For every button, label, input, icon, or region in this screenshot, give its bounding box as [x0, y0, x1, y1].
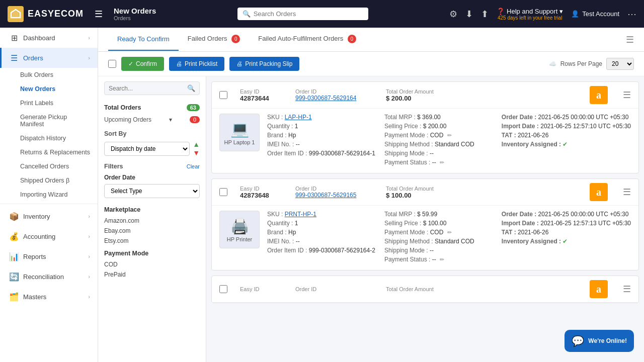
- confirm-button[interactable]: ✓ Confirm: [121, 57, 164, 71]
- payment-mode-label: Payment Mode: [104, 250, 200, 257]
- sidebar-item-importing-wizard[interactable]: Importing Wizard: [0, 188, 98, 202]
- sidebar-item-print-labels[interactable]: Print Labels: [0, 96, 98, 110]
- order-checkbox-2[interactable]: [219, 188, 227, 196]
- search-input[interactable]: [254, 10, 363, 18]
- hamburger-icon[interactable]: ☰: [95, 9, 103, 20]
- sidebar-item-dispatch-history[interactable]: Dispatch History: [0, 131, 98, 145]
- tab-failed-label: Failed Orders: [188, 35, 227, 42]
- tabs-bar: Ready To Confirm Failed Orders 0 Failed …: [98, 28, 644, 52]
- topbar: EASYECOM ☰ New Orders Orders 🔍 ⚙ ⬇ ⬆ ❓ H…: [0, 0, 644, 28]
- marketplace-amazon[interactable]: Amazon.com: [104, 216, 200, 226]
- search-box[interactable]: 🔍: [237, 8, 368, 20]
- order-id-link-1[interactable]: 999-0300687-5629164: [295, 95, 376, 102]
- upcoming-orders-label: Upcoming Orders: [104, 116, 151, 123]
- svg-marker-1: [13, 11, 19, 17]
- shipping-mode-key-2: Shipping Mode :: [384, 247, 428, 254]
- order-id-link-2[interactable]: 999-0300687-5629165: [295, 192, 376, 199]
- order-id-block-1: Order ID 999-0300687-5629164: [295, 88, 376, 102]
- main-content: Ready To Confirm Failed Orders 0 Failed …: [98, 28, 644, 362]
- download-cloud-icon[interactable]: ☁️: [549, 60, 556, 67]
- sidebar-item-cancelled-orders[interactable]: Cancelled Orders: [0, 159, 98, 173]
- marketplace-ebay[interactable]: Ebay.com: [104, 226, 200, 236]
- tab-failed-orders[interactable]: Failed Orders 0: [179, 28, 249, 51]
- order-id-label-3: Order ID: [295, 286, 376, 292]
- easy-id-value-2: 42873648: [240, 192, 285, 199]
- order-date-key-2: Order Date :: [502, 211, 536, 218]
- order-card-header: Easy ID 42873644 Order ID 999-0300687-56…: [212, 82, 638, 109]
- sidebar-accounting-label: Accounting: [23, 233, 84, 240]
- sidebar-item-bulk-orders[interactable]: Bulk Orders: [0, 68, 98, 82]
- order-date-label-1: Order Date :: [502, 114, 536, 121]
- inventory-row-1: Inventory Assigned : ✔: [502, 141, 631, 148]
- order-details-left-1: SKU : LAP-HP-1 Quantity : 1 Brand : Hp: [267, 114, 377, 159]
- sort-arrows: ▲ ▼: [193, 140, 200, 157]
- sort-down-icon[interactable]: ▼: [193, 149, 200, 157]
- inventory-assigned-icon-1: ✔: [562, 141, 568, 148]
- sidebar-item-dashboard[interactable]: ⊞ Dashboard ›: [0, 28, 98, 48]
- upload-icon[interactable]: ⬆: [481, 9, 489, 20]
- easy-id-label-2: Easy ID: [240, 186, 285, 192]
- payment-mode-edit-icon-1[interactable]: ✏: [447, 132, 452, 138]
- payment-mode-prepaid[interactable]: PrePaid: [104, 269, 200, 280]
- order-checkbox-3[interactable]: [219, 285, 227, 293]
- filter-search-box[interactable]: 🔍: [104, 81, 200, 95]
- date-type-select[interactable]: Select Type: [104, 184, 200, 198]
- quantity-row-2: Quantity : 1: [267, 220, 377, 227]
- order-item-id-value-2: 999-0300687-5629164-2: [309, 247, 375, 254]
- sku-value-1[interactable]: LAP-HP-1: [285, 114, 312, 121]
- sidebar-item-reconciliation[interactable]: 🔄 Reconciliation ›: [0, 266, 98, 287]
- tab-ready-to-confirm[interactable]: Ready To Confirm: [108, 28, 179, 51]
- select-all-checkbox[interactable]: [108, 60, 116, 68]
- filter-search-input[interactable]: [109, 85, 185, 92]
- sort-by-select[interactable]: Dispatch by date: [104, 142, 190, 156]
- sidebar-item-masters[interactable]: 🗂️ Masters ›: [0, 287, 98, 307]
- print-packing-slip-button[interactable]: 🖨 Print Packing Slip: [229, 57, 299, 71]
- tab-failed-auto[interactable]: Failed Auto-Fulfilment Orders 0: [249, 28, 365, 51]
- sidebar-item-orders[interactable]: ☰ Orders ›: [0, 48, 98, 68]
- sort-up-icon[interactable]: ▲: [193, 140, 200, 148]
- product-image-2: 🖨️ HP Printer: [219, 211, 260, 248]
- help-button[interactable]: ❓ Help and Support ▾ 425 days left in yo…: [497, 8, 563, 21]
- more-options-icon[interactable]: ⋯: [627, 9, 636, 20]
- filters-clear-button[interactable]: Clear: [187, 163, 200, 169]
- imei-value-2: --: [296, 238, 300, 245]
- sidebar-item-new-orders[interactable]: New Orders: [0, 82, 98, 96]
- payment-status-value-1: --: [432, 159, 436, 166]
- marketplace-etsy[interactable]: Etsy.com: [104, 236, 200, 246]
- sidebar-item-accounting[interactable]: 💰 Accounting ›: [0, 226, 98, 246]
- payment-mode-edit-icon-2[interactable]: ✏: [447, 229, 452, 235]
- sidebar-reconciliation-label: Reconciliation: [23, 273, 84, 281]
- order-card-menu-icon-3[interactable]: ☰: [623, 284, 631, 295]
- payment-mode-cod[interactable]: COD: [104, 259, 200, 269]
- sidebar-item-shipped-orders[interactable]: Shipped Orders β: [0, 173, 98, 188]
- order-item-id-key-2: Order Item ID :: [267, 247, 307, 254]
- tab-ready-label: Ready To Confirm: [117, 35, 170, 43]
- reports-icon: 📊: [9, 251, 19, 261]
- sidebar-item-reports[interactable]: 📊 Reports ›: [0, 246, 98, 266]
- download-icon[interactable]: ⬇: [465, 9, 473, 20]
- sidebar-item-inventory[interactable]: 📦 Inventory ›: [0, 206, 98, 226]
- upcoming-orders-row[interactable]: Upcoming Orders ▾ 0: [104, 114, 200, 125]
- account-button[interactable]: 👤 Test Account: [571, 10, 619, 18]
- chat-widget[interactable]: 💬 We're Online!: [565, 330, 634, 352]
- tabs-menu-icon[interactable]: ☰: [626, 35, 634, 45]
- total-mrp-label-1: Total MRP :: [384, 114, 416, 121]
- payment-status-row-2: Payment Status : -- ✏: [384, 256, 494, 263]
- order-card-menu-icon-2[interactable]: ☰: [623, 187, 631, 198]
- chat-label: We're Online!: [588, 337, 627, 344]
- sidebar-item-returns[interactable]: Returns & Replacements: [0, 145, 98, 159]
- order-card-menu-icon-1[interactable]: ☰: [623, 89, 631, 101]
- payment-status-edit-icon-2[interactable]: ✏: [440, 256, 444, 262]
- print-picklist-button[interactable]: 🖨 Print Picklist: [169, 57, 224, 71]
- brand-value-2: Hp: [288, 229, 296, 236]
- settings-icon[interactable]: ⚙: [449, 9, 457, 20]
- payment-status-edit-icon-1[interactable]: ✏: [440, 159, 444, 165]
- sku-value-2[interactable]: PRNT-HP-1: [285, 211, 316, 218]
- sidebar-divider: [0, 204, 98, 204]
- sidebar-item-generate-pickup[interactable]: Generate Pickup Manifest: [0, 110, 98, 131]
- rows-per-page-select[interactable]: 20 50 100: [606, 58, 634, 70]
- tat-label-1: TAT :: [502, 132, 516, 139]
- order-checkbox-1[interactable]: [219, 91, 227, 99]
- order-card-body-2: 🖨️ HP Printer SKU : PRNT-HP-1 Quantity :…: [212, 206, 638, 270]
- sidebar: ⊞ Dashboard › ☰ Orders › Bulk Orders New…: [0, 28, 98, 362]
